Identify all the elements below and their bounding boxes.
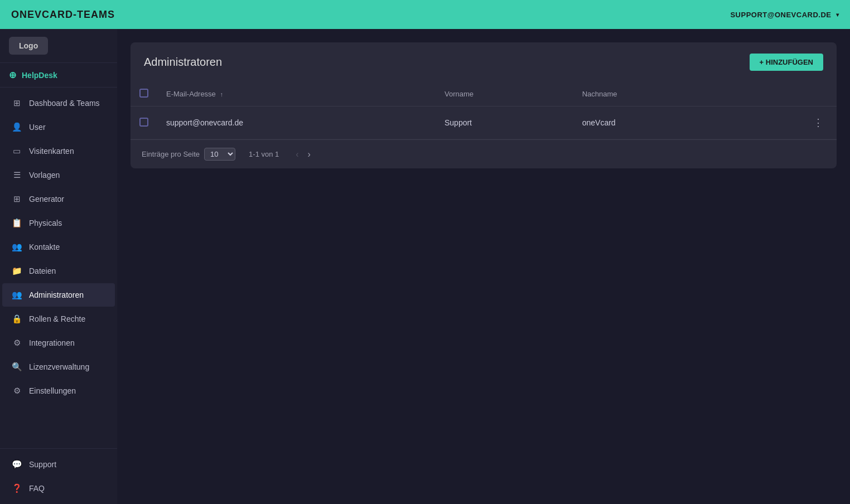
select-all-checkbox[interactable]: [139, 89, 148, 98]
admin-table: E-Mail-Adresse ↑ Vorname Nachname: [131, 82, 837, 139]
einstellungen-icon: ⚙: [11, 385, 22, 396]
page-nav: ‹ ›: [292, 148, 314, 161]
sidebar-label-dashboard-teams: Dashboard & Teams: [29, 99, 100, 108]
user-icon: 👤: [11, 122, 22, 133]
table-container: E-Mail-Adresse ↑ Vorname Nachname: [131, 82, 837, 139]
header-vorname-label: Vorname: [445, 90, 474, 98]
sidebar-label-lizenzverwaltung: Lizenzverwaltung: [29, 362, 89, 371]
nav-bottom: 💬 Support ❓ FAQ: [0, 448, 117, 504]
sidebar-item-rollen-rechte[interactable]: 🔒 Rollen & Rechte: [2, 307, 115, 331]
row-actions: ⋮: [728, 106, 837, 139]
lizenzverwaltung-icon: 🔍: [11, 361, 22, 372]
per-page-section: Einträge pro Seite 102550100: [142, 148, 235, 161]
dashboard-teams-icon: ⊞: [11, 98, 22, 109]
sidebar-label-generator: Generator: [29, 195, 64, 203]
sidebar-label-kontakte: Kontakte: [29, 243, 60, 251]
nav-section: ⊞ Dashboard & Teams 👤 User ▭ Visitenkart…: [0, 88, 117, 448]
administratoren-icon: 👥: [11, 289, 22, 301]
rollen-rechte-icon: 🔒: [11, 313, 22, 324]
sidebar-item-physicals[interactable]: 📋 Physicals: [2, 211, 115, 235]
sidebar-item-user[interactable]: 👤 User: [2, 115, 115, 139]
chevron-down-icon: ▾: [836, 12, 839, 18]
more-options-button[interactable]: ⋮: [809, 114, 828, 131]
row-checkbox[interactable]: [139, 118, 148, 127]
sidebar-item-einstellungen[interactable]: ⚙ Einstellungen: [2, 379, 115, 403]
user-email: SUPPORT@ONEVCARD.DE: [730, 11, 831, 19]
brand-name: ONEVCARD-TEAMS: [11, 9, 115, 21]
header-nachname-label: Nachname: [582, 90, 617, 98]
table-row: support@onevcard.de Support oneVcard ⋮: [131, 106, 837, 139]
support-icon: 💬: [11, 459, 22, 470]
header-nachname: Nachname: [573, 82, 729, 106]
header-vorname: Vorname: [436, 82, 573, 106]
header-checkbox-cell: [131, 82, 157, 106]
main-layout: Logo ⊕ HelpDesk ⊞ Dashboard & Teams 👤 Us…: [0, 29, 850, 504]
content-area: Administratoren + HINZUFÜGEN E-Mail-Adre…: [117, 29, 850, 504]
integrationen-icon: ⚙: [11, 337, 22, 348]
page-info: 1-1 von 1: [249, 150, 279, 158]
table-body: support@onevcard.de Support oneVcard ⋮: [131, 106, 837, 139]
sidebar-item-administratoren[interactable]: 👥 Administratoren: [2, 283, 115, 307]
sort-asc-icon: ↑: [220, 91, 223, 98]
sidebar-item-dateien[interactable]: 📁 Dateien: [2, 259, 115, 283]
sidebar-label-user: User: [29, 123, 46, 132]
sidebar-item-helpdesk[interactable]: ⊕ HelpDesk: [0, 63, 117, 88]
sidebar-item-generator[interactable]: ⊞ Generator: [2, 187, 115, 211]
faq-icon: ❓: [11, 483, 22, 494]
helpdesk-icon: ⊕: [9, 70, 16, 80]
sidebar-label-vorlagen: Vorlagen: [29, 171, 60, 180]
sidebar-label-support: Support: [29, 460, 56, 469]
sidebar-item-lizenzverwaltung[interactable]: 🔍 Lizenzverwaltung: [2, 355, 115, 379]
sidebar-label-rollen-rechte: Rollen & Rechte: [29, 314, 85, 323]
visitenkarten-icon: ▭: [11, 146, 22, 157]
sidebar-label-physicals: Physicals: [29, 219, 62, 227]
sidebar-label-visitenkarten: Visitenkarten: [29, 147, 74, 156]
sidebar-item-integrationen[interactable]: ⚙ Integrationen: [2, 331, 115, 355]
sidebar-label-administratoren: Administratoren: [29, 290, 84, 299]
sidebar-item-support[interactable]: 💬 Support: [2, 453, 115, 476]
logo-area: Logo: [0, 29, 117, 63]
sidebar-label-faq: FAQ: [29, 484, 45, 493]
header-email: E-Mail-Adresse ↑: [157, 82, 436, 106]
header-actions: [728, 82, 837, 106]
admin-panel: Administratoren + HINZUFÜGEN E-Mail-Adre…: [131, 42, 837, 168]
prev-page-button[interactable]: ‹: [292, 148, 302, 161]
row-checkbox-cell: [131, 106, 157, 139]
panel-title: Administratoren: [144, 56, 222, 69]
logo: Logo: [9, 37, 48, 55]
helpdesk-label: HelpDesk: [22, 71, 57, 80]
sidebar-label-einstellungen: Einstellungen: [29, 386, 76, 395]
vorlagen-icon: ☰: [11, 169, 22, 181]
add-button[interactable]: + HINZUFÜGEN: [750, 54, 823, 71]
sidebar-item-vorlagen[interactable]: ☰ Vorlagen: [2, 163, 115, 187]
pagination: Einträge pro Seite 102550100 1-1 von 1 ‹…: [131, 139, 837, 168]
top-header: ONEVCARD-TEAMS SUPPORT@ONEVCARD.DE ▾: [0, 0, 850, 29]
header-email-label: E-Mail-Adresse: [166, 90, 216, 98]
next-page-button[interactable]: ›: [305, 148, 314, 161]
panel-header: Administratoren + HINZUFÜGEN: [131, 42, 837, 82]
sidebar-item-visitenkarten[interactable]: ▭ Visitenkarten: [2, 139, 115, 163]
sidebar-label-integrationen: Integrationen: [29, 338, 75, 347]
sidebar-item-kontakte[interactable]: 👥 Kontakte: [2, 235, 115, 259]
sidebar-item-dashboard-teams[interactable]: ⊞ Dashboard & Teams: [2, 91, 115, 115]
row-nachname: oneVcard: [573, 106, 729, 139]
physicals-icon: 📋: [11, 217, 22, 229]
sidebar-item-faq[interactable]: ❓ FAQ: [2, 477, 115, 500]
sidebar-label-dateien: Dateien: [29, 266, 56, 275]
user-menu[interactable]: SUPPORT@ONEVCARD.DE ▾: [730, 11, 839, 19]
table-header: E-Mail-Adresse ↑ Vorname Nachname: [131, 82, 837, 106]
generator-icon: ⊞: [11, 193, 22, 205]
entries-label: Einträge pro Seite: [142, 150, 200, 158]
sidebar: Logo ⊕ HelpDesk ⊞ Dashboard & Teams 👤 Us…: [0, 29, 117, 504]
dateien-icon: 📁: [11, 265, 22, 277]
row-email: support@onevcard.de: [157, 106, 436, 139]
row-vorname: Support: [436, 106, 573, 139]
kontakte-icon: 👥: [11, 241, 22, 253]
per-page-select[interactable]: 102550100: [204, 148, 235, 161]
